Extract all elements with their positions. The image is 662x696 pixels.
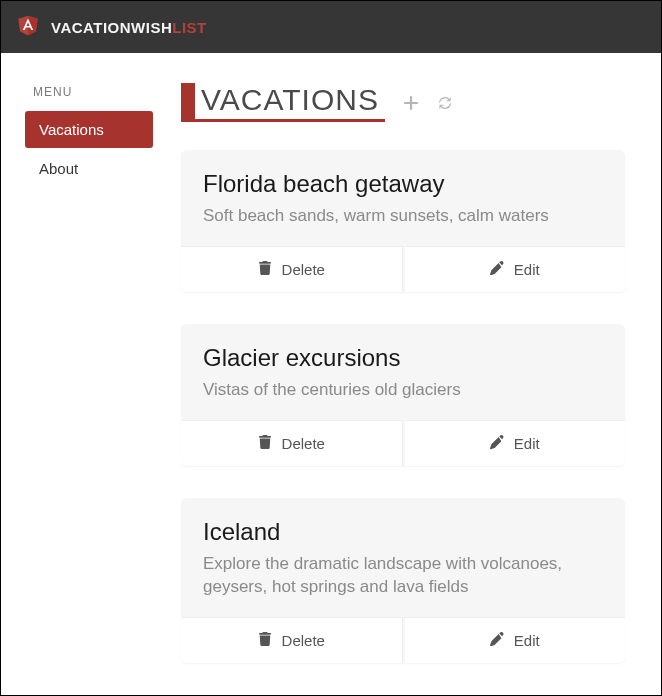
page-header: VACATIONS (181, 83, 625, 122)
vacation-title: Iceland (203, 518, 603, 546)
delete-label: Delete (282, 261, 325, 278)
vacation-description: Soft beach sands, warm sunsets, calm wat… (203, 204, 603, 228)
edit-label: Edit (514, 435, 540, 452)
refresh-icon[interactable] (437, 95, 453, 111)
title-accent (181, 83, 195, 122)
page-title: VACATIONS (195, 83, 385, 122)
delete-button[interactable]: Delete (181, 420, 403, 466)
delete-button[interactable]: Delete (181, 617, 403, 663)
brand-part1: VACATION (51, 19, 131, 36)
sidebar: MENU Vacations About (25, 77, 153, 695)
title-bar: VACATIONS (181, 83, 385, 122)
delete-label: Delete (282, 632, 325, 649)
sidebar-item-vacations[interactable]: Vacations (25, 111, 153, 148)
vacation-description: Vistas of the centuries old glaciers (203, 378, 603, 402)
edit-button[interactable]: Edit (405, 617, 626, 663)
edit-icon (490, 435, 504, 452)
add-icon[interactable] (403, 95, 419, 111)
card-actions: DeleteEdit (181, 246, 625, 292)
brand-part2: WISH (131, 19, 172, 36)
edit-button[interactable]: Edit (405, 420, 626, 466)
trash-icon (258, 261, 272, 278)
edit-button[interactable]: Edit (405, 246, 626, 292)
brand-part3: LIST (172, 19, 207, 36)
layout: MENU Vacations About VACATIONS Florida b… (1, 53, 661, 695)
vacation-list: Florida beach getawaySoft beach sands, w… (181, 150, 625, 663)
vacation-title: Florida beach getaway (203, 170, 603, 198)
delete-button[interactable]: Delete (181, 246, 403, 292)
topbar: VACATIONWISHLIST (1, 1, 661, 53)
card-body: Glacier excursionsVistas of the centurie… (181, 324, 625, 420)
card-actions: DeleteEdit (181, 420, 625, 466)
main: VACATIONS Florida beach getawaySoft beac… (157, 77, 637, 695)
edit-icon (490, 261, 504, 278)
card-body: Florida beach getawaySoft beach sands, w… (181, 150, 625, 246)
edit-label: Edit (514, 632, 540, 649)
brand-text: VACATIONWISHLIST (51, 19, 207, 36)
vacation-title: Glacier excursions (203, 344, 603, 372)
delete-label: Delete (282, 435, 325, 452)
edit-label: Edit (514, 261, 540, 278)
vacation-card: Glacier excursionsVistas of the centurie… (181, 324, 625, 466)
trash-icon (258, 632, 272, 649)
menu-heading: MENU (25, 77, 153, 111)
card-actions: DeleteEdit (181, 617, 625, 663)
card-body: IcelandExplore the dramatic landscape wi… (181, 498, 625, 618)
trash-icon (258, 435, 272, 452)
vacation-description: Explore the dramatic landscape with volc… (203, 552, 603, 600)
brand-wrap: VACATIONWISHLIST (17, 13, 207, 41)
vacation-card: IcelandExplore the dramatic landscape wi… (181, 498, 625, 664)
menu-list: Vacations About (25, 111, 153, 187)
edit-icon (490, 632, 504, 649)
angular-icon (17, 13, 39, 41)
vacation-card: Florida beach getawaySoft beach sands, w… (181, 150, 625, 292)
sidebar-item-about[interactable]: About (25, 150, 153, 187)
